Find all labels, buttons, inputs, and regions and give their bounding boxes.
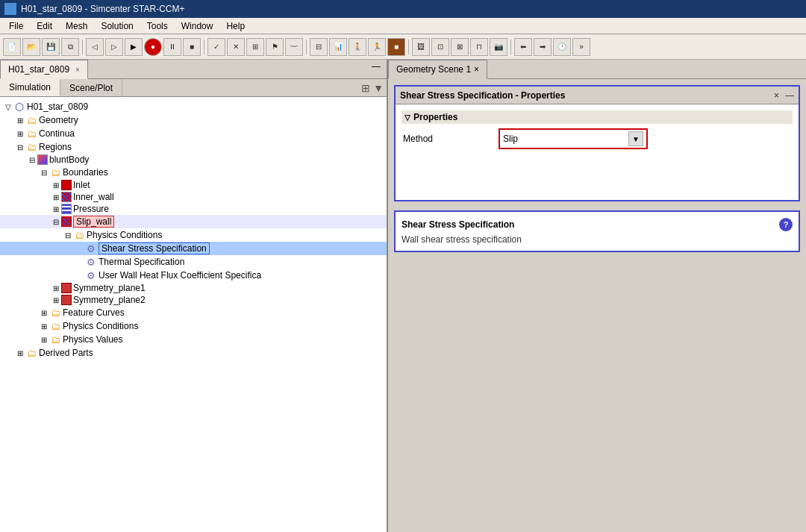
method-dropdown[interactable]: Slip ▼ [499,128,648,149]
toolbar-nav-back[interactable]: ⬅ [514,38,532,56]
tree-physics-cond-region[interactable]: ⊞ 🗂 Physics Conditions [0,319,387,333]
right-tab-close[interactable]: × [474,64,479,75]
tree-heat-flux[interactable]: ⚙ User Wall Heat Flux Coefficient Specif… [0,269,387,282]
tree-toggle-phys-cond[interactable]: ⊟ [63,230,73,240]
tree-toggle-slip-wall[interactable]: ⊟ [51,216,61,227]
tree-toggle-phys-vals[interactable]: ⊞ [39,334,49,345]
tree-toggle-sym2[interactable]: ⊞ [51,295,61,305]
tree-inner-wall[interactable]: ⊞ Inner_wall [0,191,387,203]
tree-toggle-sym1[interactable]: ⊞ [51,283,61,293]
toolbar-new[interactable]: 📄 [3,38,21,56]
toolbar-walk[interactable]: 🚶 [349,38,366,56]
left-tab-h01[interactable]: H01_star_0809 × [0,60,88,79]
toolbar-stop[interactable]: ■ [183,38,201,56]
menu-mesh[interactable]: Mesh [60,19,93,33]
dropdown-arrow[interactable]: ▼ [628,131,643,146]
toolbar-save[interactable]: 💾 [42,38,60,56]
tree-boundaries[interactable]: ⊟ 🗂 Boundaries [0,166,387,179]
toolbar-camera[interactable]: 📷 [490,38,507,56]
left-tab-label: H01_star_0809 [8,64,69,75]
folder-icon-regions: 🗂 [25,141,37,153]
toolbar-more[interactable]: » [572,38,590,56]
sim-tab-scene[interactable]: Scene/Plot [60,79,122,96]
app-icon [4,3,16,15]
menu-solution[interactable]: Solution [95,19,139,33]
toolbar-corner[interactable]: ⊓ [470,38,488,56]
menubar: File Edit Mesh Solution Tools Window Hel… [0,18,806,34]
tree-slip-wall[interactable]: ⊟ Slip_wall [0,215,387,228]
toolbar-fwd[interactable]: ▷ [105,38,123,56]
toolbar-check[interactable]: ✓ [207,38,225,56]
props-collapse-icon[interactable]: ▽ [404,113,410,122]
sim-tab-simulation[interactable]: Simulation [0,79,60,96]
tree-sym1[interactable]: ⊞ Symmetry_plane1 [0,282,387,294]
toolbar-crop[interactable]: ⊡ [431,38,449,56]
tree-geometry[interactable]: ⊞ 🗂 Geometry [0,113,387,127]
tree-shear-stress[interactable]: ⚙ Shear Stress Specification [0,242,387,255]
tree-pressure[interactable]: ⊞ Pressure [0,203,387,215]
menu-window[interactable]: Window [175,19,219,33]
props-close-btn[interactable]: × [774,90,779,101]
toolbar-copy[interactable]: ⧉ [61,38,79,56]
menu-edit[interactable]: Edit [31,19,58,33]
tree-derived-parts[interactable]: ⊞ 🗂 Derived Parts [0,346,387,360]
sim-tab-icon-grid[interactable]: ⊞ [361,82,370,94]
method-value-container: Slip ▼ [499,128,791,149]
tree-toggle-derived[interactable]: ⊞ [15,348,25,358]
tree-toggle-bluntbody[interactable]: ⊟ [27,154,37,165]
tree-toggle-continua[interactable]: ⊞ [15,128,25,139]
left-tab-close[interactable]: × [75,66,80,74]
toolbar-cross[interactable]: ⊠ [451,38,469,56]
right-panel: Geometry Scene 1 × Shear Stress Specific… [388,60,806,532]
right-tab-bar: Geometry Scene 1 × [388,60,806,79]
tree-sym2[interactable]: ⊞ Symmetry_plane2 [0,294,387,306]
tree-toggle-pressure[interactable]: ⊞ [51,204,61,214]
toolbar-nav-fwd[interactable]: ➡ [534,38,552,56]
tree-inlet[interactable]: ⊞ Inlet [0,179,387,191]
tree-toggle-inner-wall[interactable]: ⊞ [51,192,61,202]
tree-continua[interactable]: ⊞ 🗂 Continua [0,127,387,140]
toolbar-x[interactable]: ✕ [227,38,245,56]
tree-physics-cond-slip[interactable]: ⊟ 🗂 Physics Conditions [0,228,387,242]
toolbar-open[interactable]: 📂 [22,38,40,56]
toolbar-recent[interactable]: 🕐 [553,38,571,56]
icon-sym2 [61,295,72,305]
toolbar-pause[interactable]: ⏸ [163,38,181,56]
left-panel-minimize[interactable]: — [366,60,387,78]
sim-tab-icons: ⊞ ▼ [361,79,387,96]
tree-thermal[interactable]: ⚙ Thermal Specification [0,255,387,269]
menu-tools[interactable]: Tools [141,19,174,33]
tree-feature-curves[interactable]: ⊞ 🗂 Feature Curves [0,306,387,319]
icon-shear: ⚙ [85,242,97,254]
props-method-row: Method Slip ▼ [402,125,793,152]
toolbar-stop-circle[interactable]: ● [144,38,162,56]
props-min-btn[interactable]: — [785,90,794,101]
tree-toggle-root[interactable]: ▽ [3,101,13,112]
sim-tab-icon-down[interactable]: ▼ [373,82,384,94]
tree-root[interactable]: ▽ ⬡ H01_star_0809 [0,100,387,113]
tree-toggle-geometry[interactable]: ⊞ [15,115,25,125]
tree-regions[interactable]: ⊟ 🗂 Regions [0,140,387,154]
menu-file[interactable]: File [3,19,29,33]
toolbar-table[interactable]: ⊟ [310,38,328,56]
toolbar-back[interactable]: ◁ [86,38,104,56]
toolbar-brown[interactable]: ■ [387,38,405,56]
toolbar-img[interactable]: 🖼 [412,38,430,56]
toolbar-chart[interactable]: 📊 [329,38,347,56]
menu-help[interactable]: Help [220,19,251,33]
tree-toggle-feat[interactable]: ⊞ [39,307,49,318]
right-content: Shear Stress Specification - Properties … [388,79,806,532]
tree-physics-values[interactable]: ⊞ 🗂 Physics Values [0,333,387,346]
toolbar-run[interactable]: ▶ [125,38,143,56]
toolbar-run2[interactable]: 🏃 [368,38,386,56]
toolbar-grid[interactable]: ⊞ [246,38,264,56]
tree-bluntbody[interactable]: ⊟ bluntBody [0,154,387,166]
toolbar-flag[interactable]: ⚑ [266,38,284,56]
tree-toggle-inlet[interactable]: ⊞ [51,180,61,190]
right-tab-geoscene[interactable]: Geometry Scene 1 × [388,60,487,79]
tree-toggle-phys-region[interactable]: ⊞ [39,321,49,331]
tree-toggle-boundaries[interactable]: ⊟ [39,167,49,178]
tree-toggle-regions[interactable]: ⊟ [15,142,25,152]
help-icon[interactable]: ? [779,218,793,231]
toolbar-wave[interactable]: 〰 [285,38,303,56]
